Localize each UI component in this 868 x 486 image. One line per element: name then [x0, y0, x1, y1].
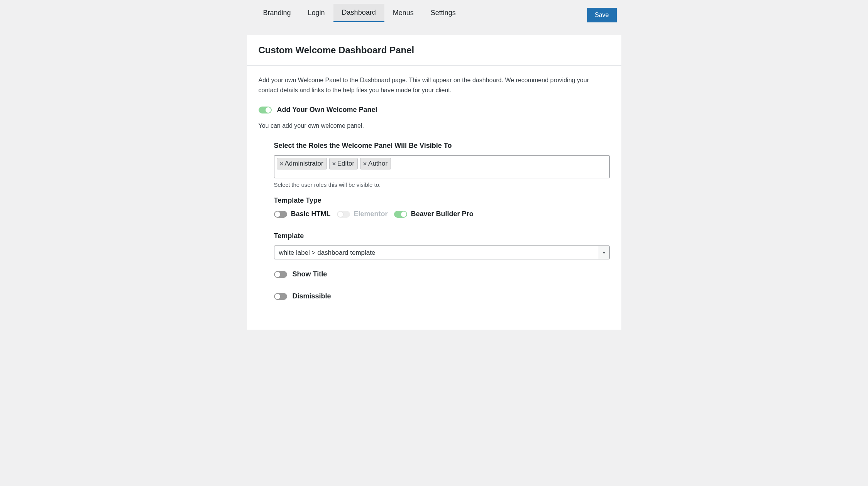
remove-tag-icon[interactable]: ✕	[363, 161, 367, 167]
panel-description: Add your own Welcome Panel to the Dashbo…	[259, 75, 610, 95]
role-tag-label: Administrator	[285, 160, 323, 168]
remove-tag-icon[interactable]: ✕	[279, 161, 284, 167]
remove-tag-icon[interactable]: ✕	[332, 161, 336, 167]
tab-branding[interactable]: Branding	[255, 4, 299, 22]
tabs-navigation: Branding Login Dashboard Menus Settings	[255, 4, 464, 22]
sub-description: You can add your own welcome panel.	[259, 122, 610, 129]
tab-login[interactable]: Login	[299, 4, 333, 22]
toggle-elementor[interactable]	[337, 211, 350, 218]
toggle-basic-html[interactable]	[274, 211, 287, 218]
toggle-elementor-label: Elementor	[354, 210, 388, 218]
toggle-dismissible-label: Dismissible	[293, 292, 331, 300]
template-label: Template	[274, 232, 610, 240]
role-tag-label: Editor	[337, 160, 354, 168]
tab-settings[interactable]: Settings	[422, 4, 464, 22]
toggle-show-title-label: Show Title	[293, 270, 327, 278]
page-title: Custom Welcome Dashboard Panel	[259, 45, 610, 56]
toggle-beaver-builder-label: Beaver Builder Pro	[411, 210, 474, 218]
toggle-add-welcome-panel[interactable]	[259, 107, 272, 113]
roles-label: Select the Roles the Welcome Panel Will …	[274, 142, 610, 150]
role-tag-label: Author	[368, 160, 387, 168]
role-tag-administrator: ✕ Administrator	[277, 158, 327, 169]
toggle-dismissible[interactable]	[274, 293, 287, 300]
toggle-add-welcome-panel-label: Add Your Own Welcome Panel	[277, 106, 377, 114]
role-tag-author: ✕ Author	[360, 158, 391, 169]
toggle-show-title[interactable]	[274, 271, 287, 278]
template-select[interactable]: white label > dashboard template	[274, 246, 610, 259]
toggle-basic-html-label: Basic HTML	[291, 210, 331, 218]
tab-menus[interactable]: Menus	[384, 4, 422, 22]
save-button[interactable]: Save	[587, 8, 616, 22]
roles-multiselect[interactable]: ✕ Administrator ✕ Editor ✕ Author	[274, 155, 610, 178]
toggle-beaver-builder[interactable]	[394, 211, 407, 218]
roles-help-text: Select the user roles this will be visib…	[274, 181, 610, 188]
tab-dashboard[interactable]: Dashboard	[333, 4, 384, 22]
template-type-label: Template Type	[274, 196, 610, 205]
role-tag-editor: ✕ Editor	[329, 158, 358, 169]
